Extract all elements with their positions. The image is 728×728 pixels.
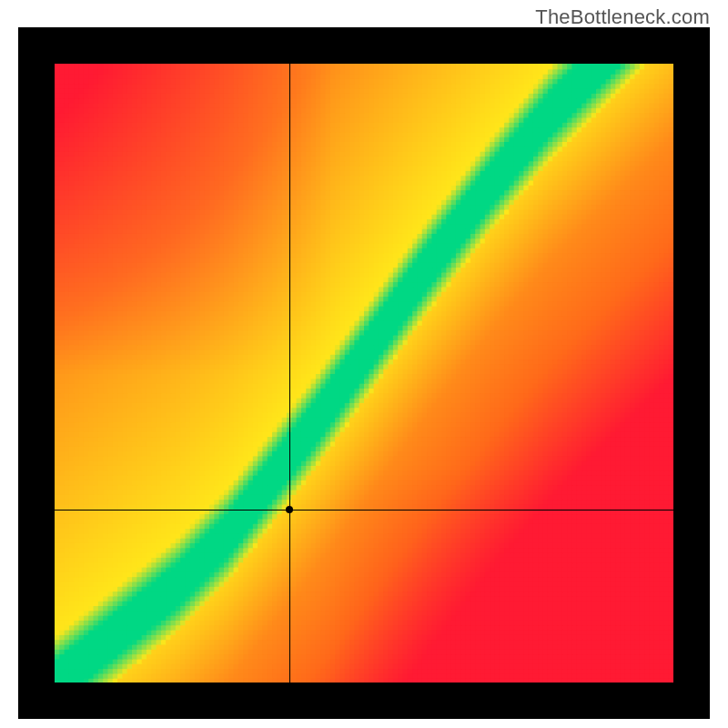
plot-outer-frame [18, 27, 710, 719]
crosshair-vertical [289, 64, 290, 682]
crosshair-horizontal [55, 510, 673, 511]
watermark-text: TheBottleneck.com [535, 5, 710, 29]
heatmap-canvas [55, 64, 673, 682]
marker-dot [286, 506, 293, 513]
chart-container: TheBottleneck.com [0, 0, 728, 728]
plot-area [55, 64, 673, 682]
